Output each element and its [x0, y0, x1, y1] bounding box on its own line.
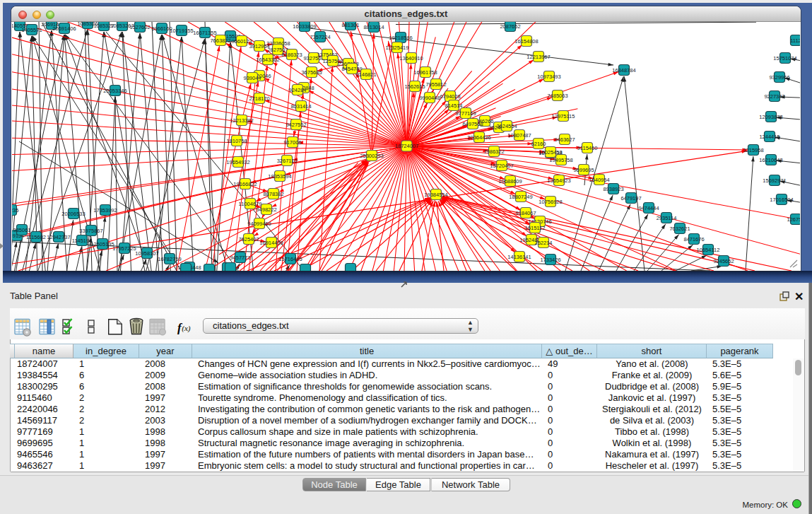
svg-text:9463627: 9463627 [554, 136, 575, 143]
svg-text:13235: 13235 [12, 207, 18, 214]
svg-text:13640910: 13640910 [399, 55, 423, 62]
svg-text:(x): (x) [182, 324, 191, 333]
svg-text:7663822: 7663822 [210, 37, 230, 44]
svg-text:7485063: 7485063 [547, 93, 567, 99]
svg-text:3215958: 3215958 [743, 147, 763, 153]
svg-text:12975115: 12975115 [552, 113, 575, 119]
svg-text:16671355: 16671355 [193, 30, 216, 36]
svg-text:33975867: 33975867 [79, 228, 102, 234]
svg-text:814514: 814514 [445, 103, 462, 109]
svg-text:3675685: 3675685 [301, 69, 322, 76]
svg-text:17353992: 17353992 [93, 207, 117, 214]
svg-text:7955812: 7955812 [425, 81, 446, 88]
svg-text:18724007: 18724007 [395, 143, 418, 149]
svg-text:19166822: 19166822 [233, 181, 257, 187]
svg-text:10958107: 10958107 [135, 250, 158, 257]
svg-text:126753: 126753 [787, 216, 800, 223]
svg-text:7632621: 7632621 [669, 226, 690, 232]
svg-text:10654112: 10654112 [697, 247, 720, 253]
svg-text:17016504: 17016504 [770, 197, 793, 203]
svg-text:16543362: 16543362 [256, 57, 279, 63]
svg-text:9227342: 9227342 [764, 93, 784, 100]
svg-text:1145194: 1145194 [72, 238, 93, 244]
svg-text:9245652: 9245652 [713, 258, 734, 264]
svg-text:8878382: 8878382 [263, 191, 283, 197]
svg-text:15720407: 15720407 [490, 163, 513, 169]
svg-text:9115460: 9115460 [577, 145, 598, 151]
svg-text:16848784: 16848784 [612, 67, 635, 74]
svg-text:8186323: 8186323 [281, 52, 302, 58]
svg-text:20691406: 20691406 [52, 25, 76, 32]
svg-text:6497568: 6497568 [462, 121, 483, 127]
svg-text:6794028: 6794028 [440, 93, 460, 100]
svg-text:10807487: 10807487 [507, 132, 531, 139]
svg-text:1405571: 1405571 [21, 27, 42, 33]
svg-text:16914439: 16914439 [259, 240, 283, 246]
svg-text:14136141: 14136141 [507, 254, 531, 260]
svg-text:10025453: 10025453 [539, 149, 562, 156]
svg-text:1562615: 1562615 [404, 83, 425, 90]
svg-text:15716485: 15716485 [278, 256, 302, 262]
svg-text:15692971: 15692971 [763, 177, 786, 184]
svg-text:19654932: 19654932 [226, 159, 249, 165]
svg-text:881301: 881301 [341, 22, 359, 28]
svg-text:3624554: 3624554 [496, 123, 517, 129]
svg-text:25053346: 25053346 [103, 88, 126, 94]
svg-text:16782759: 16782759 [158, 256, 181, 262]
svg-text:9699695: 9699695 [573, 167, 594, 173]
svg-text:9427552: 9427552 [286, 122, 306, 128]
svg-text:385061: 385061 [13, 227, 30, 233]
svg-text:9329966: 9329966 [769, 74, 789, 81]
svg-text:12093873: 12093873 [759, 114, 782, 120]
svg-text:9146821: 9146821 [355, 71, 376, 78]
svg-text:12505135: 12505135 [90, 241, 114, 247]
svg-text:9498222: 9498222 [256, 206, 276, 213]
svg-text:20364436: 20364436 [467, 134, 490, 141]
svg-text:19218586: 19218586 [389, 35, 412, 41]
svg-text:2935114: 2935114 [657, 215, 677, 221]
svg-text:18807249: 18807249 [509, 194, 532, 200]
svg-text:1640954: 1640954 [589, 177, 609, 183]
svg-text:2087652: 2087652 [500, 23, 520, 30]
svg-text:1810758: 1810758 [226, 138, 247, 144]
svg-text:18353594: 18353594 [268, 173, 291, 180]
svg-text:8471676: 8471676 [683, 236, 704, 243]
svg-text:12942737: 12942737 [47, 234, 70, 240]
svg-text:252214: 252214 [534, 240, 552, 246]
svg-text:17957225: 17957225 [112, 245, 136, 252]
svg-text:8813014: 8813014 [363, 24, 384, 30]
svg-text:9457771: 9457771 [230, 255, 250, 261]
svg-text:7986322: 7986322 [483, 148, 504, 155]
svg-text:9777169: 9777169 [455, 110, 476, 117]
svg-text:25300293: 25300293 [360, 153, 383, 159]
svg-text:939044: 939044 [243, 75, 261, 81]
svg-text:1115682: 1115682 [26, 234, 46, 240]
svg-text:62160: 62160 [531, 141, 546, 147]
svg-text:19384554: 19384554 [424, 192, 447, 198]
svg-text:6966160: 6966160 [151, 25, 172, 32]
svg-text:7357224: 7357224 [310, 34, 330, 40]
svg-text:917006: 917006 [283, 139, 301, 146]
svg-text:10756928: 10756928 [539, 199, 562, 205]
svg-text:15751074: 15751074 [773, 55, 796, 62]
svg-text:7625402: 7625402 [238, 236, 259, 243]
svg-text:10719155: 10719155 [170, 28, 193, 34]
svg-text:16961758: 16961758 [413, 69, 437, 76]
svg-text:1733426: 1733426 [540, 257, 560, 263]
svg-text:2718170: 2718170 [249, 95, 269, 102]
svg-text:6479197: 6479197 [620, 195, 641, 201]
svg-text:8938923: 8938923 [603, 186, 623, 192]
svg-text:20206533: 20206533 [61, 211, 85, 217]
svg-text:924284: 924284 [288, 87, 306, 93]
svg-text:10688609: 10688609 [498, 178, 522, 185]
svg-text:1527602: 1527602 [129, 24, 150, 30]
svg-text:13654923: 13654923 [547, 177, 570, 184]
svg-text:12213382: 12213382 [230, 117, 253, 124]
svg-text:9990448: 9990448 [419, 95, 440, 101]
svg-text:8031414: 8031414 [290, 103, 311, 110]
svg-text:9184067: 9184067 [515, 210, 536, 216]
svg-text:10973493: 10973493 [537, 74, 560, 80]
svg-text:12213967: 12213967 [526, 54, 550, 60]
svg-text:11325419: 11325419 [386, 45, 409, 51]
svg-text:94099469: 94099469 [247, 221, 271, 227]
